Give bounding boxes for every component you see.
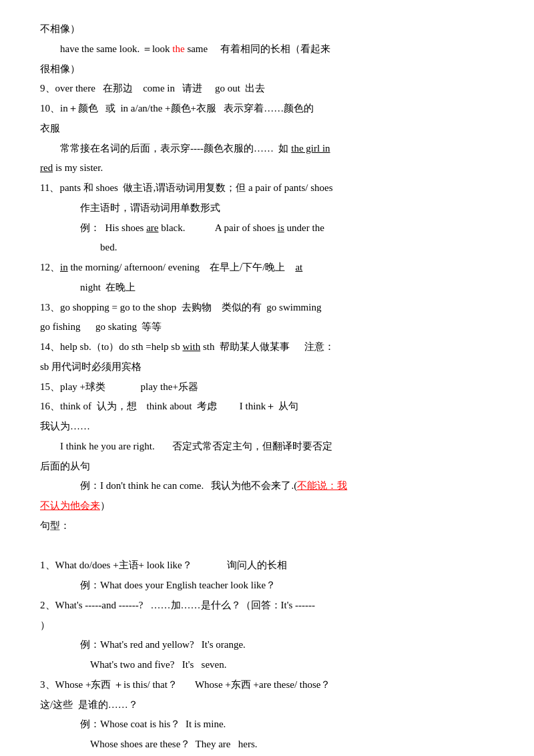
line-16e: 例：I don't think he can come. 我认为他不会来了.(不…	[40, 477, 494, 496]
line-s3d: Whose shoes are these？ They are hers.	[40, 735, 494, 754]
line-buxiangxiang: 不相像）	[40, 20, 494, 39]
line-s1a: 1、What do/does +主语+ look like？ 询问人的长相	[40, 556, 494, 575]
line-9: 9、over there 在那边 come in 请进 go out 出去	[40, 79, 494, 98]
line-14a: 14、help sb.（to）do sth =help sb with sth …	[40, 338, 494, 357]
line-s2d: What's two and five? It's seven.	[40, 656, 494, 675]
line-s1b: 例：What does your English teacher look li…	[40, 576, 494, 595]
text-burenwei-red: 不认为他会来	[40, 500, 100, 511]
line-s3a: 3、Whose +东西 ＋is this/ that？ Whose +东西 +a…	[40, 676, 494, 695]
text-the-girl-in: the girl in	[291, 143, 330, 154]
text-at-underline: at	[295, 262, 302, 272]
line-16c: I think he you are right. 否定式常否定主句，但翻译时要…	[40, 437, 494, 456]
line-s2c: 例：What's red and yellow? It's orange.	[40, 636, 494, 654]
line-11b: 作主语时，谓语动词用单数形式	[40, 199, 494, 218]
text-with-underline: with	[182, 341, 200, 352]
line-11d: bed.	[40, 238, 494, 257]
line-16f: 不认为他会来）	[40, 497, 494, 516]
line-10c: 常常接在名词的后面，表示穿----颜色衣服的…… 如 the girl in	[40, 140, 494, 158]
line-blank	[40, 537, 494, 556]
text-the-red: the	[172, 43, 184, 54]
line-12a: 12、in the morning/ afternoon/ evening 在早…	[40, 258, 494, 277]
text-in-underline: in	[60, 262, 68, 272]
line-s3b: 这/这些 是谁的……？	[40, 696, 494, 715]
line-11a: 11、pants 和 shoes 做主语,谓语动词用复数；但 a pair of…	[40, 179, 494, 198]
line-16b: 我认为……	[40, 417, 494, 436]
main-content: 不相像） have the same look. ＝look the same …	[40, 20, 494, 756]
text-is-underline: is	[278, 222, 284, 233]
line-s2b: ）	[40, 616, 494, 635]
line-samelook: have the same look. ＝look the same 有着相同的…	[40, 40, 494, 59]
line-s3c: 例：Whose coat is his？ It is mine.	[40, 715, 494, 734]
line-16a: 16、think of 认为，想 think about 考虑 I think＋…	[40, 397, 494, 416]
line-10d: red is my sister.	[40, 159, 494, 178]
text-are-underline: are	[146, 222, 158, 233]
line-13a: 13、go shopping = go to the shop 去购物 类似的有…	[40, 299, 494, 317]
line-xianghxiang: 很相像）	[40, 60, 494, 79]
line-10b: 衣服	[40, 120, 494, 138]
line-s2a: 2、What's -----and ------? ……加……是什么？（回答：I…	[40, 596, 494, 615]
text-buneng-red: 不能说：我	[297, 480, 347, 491]
line-11c: 例： His shoes are black. A pair of shoes …	[40, 219, 494, 238]
line-13b: go fishing go skating 等等	[40, 318, 494, 337]
line-14b: sb 用代词时必须用宾格	[40, 358, 494, 377]
line-16d: 后面的从句	[40, 457, 494, 476]
line-10a: 10、in＋颜色 或 in a/an/the +颜色+衣服 表示穿着……颜色的	[40, 100, 494, 118]
line-juxing: 句型：	[40, 517, 494, 536]
text-red-underline: red	[40, 162, 53, 173]
line-12b: night 在晚上	[40, 278, 494, 297]
line-15: 15、play +球类 play the+乐器	[40, 378, 494, 397]
